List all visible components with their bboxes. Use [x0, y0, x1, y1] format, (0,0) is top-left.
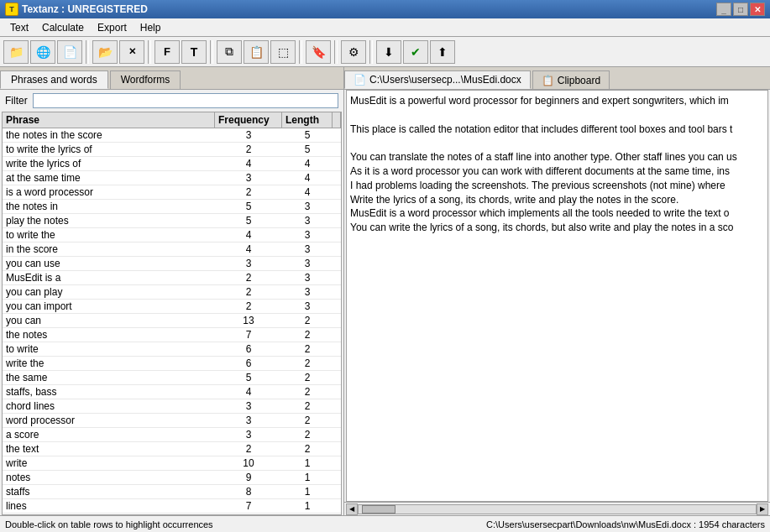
globe-btn[interactable]: 🌐 — [30, 40, 55, 64]
cell-len: 4 — [282, 185, 333, 199]
tab-phrases-words[interactable]: Phrases and words — [0, 70, 108, 89]
table-row[interactable]: write the lyrics of 4 4 — [3, 157, 341, 171]
table-row[interactable]: at the same time 3 4 — [3, 171, 341, 185]
filter-label: Filter — [5, 95, 28, 107]
cell-spacer — [333, 485, 341, 498]
cell-phrase: to write the lyrics of — [3, 143, 215, 156]
menu-export[interactable]: Export — [91, 20, 134, 35]
col-phrase[interactable]: Phrase — [3, 112, 215, 128]
table-row[interactable]: word processor 3 2 — [3, 414, 341, 428]
table-row[interactable]: you can 13 2 — [3, 314, 341, 328]
select-btn[interactable]: ⬚ — [270, 40, 296, 64]
table-row[interactable]: lines 7 1 — [3, 499, 341, 514]
cell-phrase: is a word processor — [3, 185, 215, 199]
menubar: Text Calculate Export Help — [0, 18, 770, 37]
cell-phrase: at the same time — [3, 171, 215, 185]
copy-btn[interactable]: ⧉ — [217, 40, 242, 64]
table-row[interactable]: staffs 8 1 — [3, 485, 341, 499]
right-tabs: 📄 C:\Users\usersecp...\MusEdi.docx 📋 Cli… — [344, 67, 770, 90]
menu-calculate[interactable]: Calculate — [35, 20, 91, 35]
document-icon: 📄 — [354, 74, 366, 86]
cell-freq: 2 — [215, 143, 282, 156]
cell-len: 2 — [282, 357, 333, 370]
table-row[interactable]: a score 3 2 — [3, 428, 341, 442]
left-tabs: Phrases and words Wordforms — [0, 67, 343, 90]
cell-phrase: you can use — [3, 257, 215, 270]
col-frequency[interactable]: Frequency — [215, 112, 282, 128]
table-row[interactable]: the notes 7 2 — [3, 328, 341, 342]
col-length[interactable]: Length — [282, 112, 333, 128]
table-row[interactable]: notes 9 1 — [3, 471, 341, 485]
open-folder-btn[interactable]: 📁 — [3, 40, 29, 64]
cell-phrase: score — [3, 514, 215, 515]
table-row[interactable]: write 10 1 — [3, 456, 341, 471]
font-btn[interactable]: F — [155, 40, 180, 64]
table-row[interactable]: MusEdit is a 2 3 — [3, 271, 341, 285]
table-row[interactable]: you can play 2 3 — [3, 285, 341, 300]
cell-len: 1 — [282, 456, 333, 470]
settings-btn[interactable]: ⚙ — [341, 40, 366, 64]
statusbar: Double-click on table rows to highlight … — [0, 515, 770, 532]
cell-freq: 4 — [215, 157, 282, 170]
cell-phrase: to write — [3, 342, 215, 356]
page-btn[interactable]: 📄 — [57, 40, 82, 64]
table-row[interactable]: you can use 3 3 — [3, 257, 341, 271]
table-row[interactable]: chord lines 3 2 — [3, 399, 341, 414]
table-row[interactable]: score 7 1 — [3, 514, 341, 515]
cell-freq: 2 — [215, 300, 282, 313]
cell-phrase: staffs — [3, 485, 215, 498]
table-row[interactable]: to write 6 2 — [3, 342, 341, 357]
table-row[interactable]: the notes in 5 3 — [3, 200, 341, 214]
filter-input[interactable] — [33, 93, 338, 108]
menu-text[interactable]: Text — [3, 20, 35, 35]
paste-btn[interactable]: 📋 — [244, 40, 269, 64]
cell-len: 1 — [282, 499, 333, 513]
hscroll-right-btn[interactable]: ▶ — [757, 503, 768, 515]
table-row[interactable]: play the notes 5 3 — [3, 214, 341, 228]
toolbar: 📁 🌐 📄 📂 ✕ F T ⧉ 📋 ⬚ 🔖 ⚙ ⬇ ✔ ⬆ — [0, 37, 770, 67]
table-row[interactable]: you can import 2 3 — [3, 300, 341, 314]
cell-spacer — [333, 228, 341, 242]
hscroll-thumb[interactable] — [362, 505, 395, 514]
window-controls[interactable]: _ □ ✕ — [716, 3, 765, 16]
check-btn[interactable]: ✔ — [403, 40, 428, 64]
cell-spacer — [333, 371, 341, 384]
table-row[interactable]: is a word processor 2 4 — [3, 185, 341, 200]
status-left: Double-click on table rows to highlight … — [5, 519, 486, 529]
tab-clipboard[interactable]: 📋 Clipboard — [532, 70, 610, 89]
table-row[interactable]: write the 6 2 — [3, 357, 341, 371]
table-row[interactable]: the same 5 2 — [3, 371, 341, 385]
separator-1 — [86, 40, 89, 64]
open-btn[interactable]: 📂 — [92, 40, 118, 64]
table-row[interactable]: the notes in the score 3 5 — [3, 128, 341, 143]
cell-phrase: write the — [3, 357, 215, 370]
cell-freq: 7 — [215, 514, 282, 515]
cell-freq: 13 — [215, 314, 282, 327]
cell-phrase: notes — [3, 471, 215, 484]
table-row[interactable]: to write the lyrics of 2 5 — [3, 143, 341, 157]
table-row[interactable]: staffs, bass 4 2 — [3, 385, 341, 399]
left-panel: Phrases and words Wordforms Filter Phras… — [0, 67, 344, 515]
export-btn[interactable]: ⬆ — [430, 40, 455, 64]
import-btn[interactable]: ⬇ — [376, 40, 401, 64]
stamp-btn[interactable]: 🔖 — [306, 40, 331, 64]
tab-document[interactable]: 📄 C:\Users\usersecp...\MusEdi.docx — [344, 70, 531, 89]
cell-len: 2 — [282, 385, 333, 399]
minimize-button[interactable]: _ — [716, 3, 731, 16]
cell-spacer — [333, 428, 341, 441]
maximize-button[interactable]: □ — [733, 3, 748, 16]
hscroll-track[interactable] — [358, 504, 757, 514]
right-panel: 📄 C:\Users\usersecp...\MusEdi.docx 📋 Cli… — [344, 67, 770, 515]
filter-bar: Filter — [0, 90, 343, 112]
close-file-btn[interactable]: ✕ — [119, 40, 144, 64]
close-button[interactable]: ✕ — [750, 3, 765, 16]
table-row[interactable]: to write the 4 3 — [3, 228, 341, 243]
table-row[interactable]: the text 2 2 — [3, 442, 341, 456]
table-row[interactable]: in the score 4 3 — [3, 243, 341, 257]
phrase-table[interactable]: Phrase Frequency Length the notes in the… — [2, 112, 342, 515]
cell-len: 2 — [282, 314, 333, 327]
text-format-btn[interactable]: T — [181, 40, 207, 64]
hscroll-left-btn[interactable]: ◀ — [346, 503, 358, 515]
tab-wordforms[interactable]: Wordforms — [110, 70, 181, 89]
menu-help[interactable]: Help — [134, 20, 168, 35]
